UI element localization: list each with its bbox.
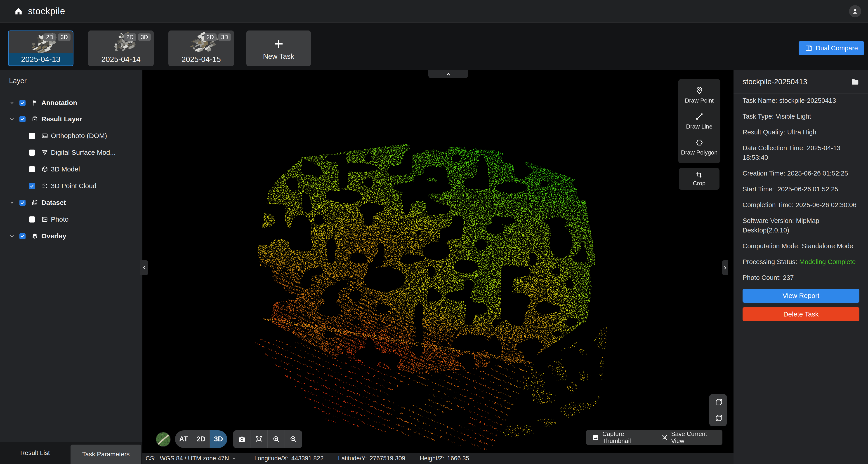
chevron-left-icon	[141, 265, 147, 271]
layer-row-3d-point-cloud[interactable]: 3D Point Cloud	[0, 180, 143, 191]
field-task-type: Task Type:Visible Light	[743, 111, 860, 121]
layer-row-annotation[interactable]: Annotation	[0, 97, 143, 108]
user-icon[interactable]	[849, 5, 861, 18]
task-date-label: 2025-04-14	[89, 53, 153, 66]
camera-icon[interactable]	[233, 430, 250, 448]
view-report-button[interactable]: View Report	[743, 289, 860, 303]
checkbox[interactable]	[29, 183, 35, 189]
bottom-tab-strip: Result List Task Parameters	[0, 442, 143, 464]
center-column: Draw Point Draw Line Draw Polygon Crop	[143, 70, 734, 464]
height-readout: Height/Z:1666.35	[420, 455, 469, 462]
layer-row-dsm[interactable]: Digital Surface Mod...	[0, 147, 143, 158]
checkbox[interactable]	[20, 233, 26, 239]
chevron-down-icon[interactable]	[9, 100, 16, 106]
layer-row-3d-model[interactable]: 3D Model	[0, 164, 143, 175]
image-icon	[592, 434, 599, 441]
chevron-down-icon[interactable]	[231, 456, 237, 461]
capture-thumbnail-button[interactable]: Capture Thumbnail	[586, 430, 655, 445]
cube-icon[interactable]	[709, 394, 727, 410]
checkbox[interactable]	[29, 217, 35, 223]
cs-value[interactable]: WGS 84 / UTM zone 47N	[160, 455, 229, 462]
app-window: stockpile 2D 3D 2025-04-13 2D 3D	[0, 0, 868, 464]
zoom-out-icon[interactable]	[285, 430, 302, 448]
cs-label: CS:	[146, 455, 156, 462]
draw-line-button[interactable]: Draw Line	[678, 112, 720, 130]
badge-3d: 3D	[218, 33, 231, 41]
task-card-2025-04-13[interactable]: 2D 3D 2025-04-13	[8, 31, 73, 66]
task-date-label: 2025-04-13	[8, 53, 73, 66]
tab-task-parameters[interactable]: Task Parameters	[70, 444, 141, 464]
task-details-panel: stockpile-20250413 Task Name:stockpile-2…	[734, 70, 868, 464]
draw-point-button[interactable]: Draw Point	[678, 86, 720, 104]
layer-row-result-layer[interactable]: Result Layer	[0, 113, 143, 125]
chevron-down-icon[interactable]	[9, 116, 16, 122]
mode-3d-button[interactable]: 3D	[210, 430, 227, 448]
status-bar: CS: WGS 84 / UTM zone 47N Longitude/X:44…	[143, 453, 734, 464]
crop-icon	[695, 171, 703, 178]
map-pin-icon	[695, 86, 704, 95]
badge-3d: 3D	[58, 33, 70, 41]
minimap-thumbnail[interactable]	[156, 432, 170, 446]
field-completion-time: Completion Time:2025-06-26 02:30:06	[743, 200, 860, 210]
new-task-button[interactable]: + New Task	[246, 31, 311, 66]
latitude-readout: Latitude/Y:2767519.309	[338, 455, 405, 462]
flag-icon	[31, 99, 38, 106]
point-cloud-canvas[interactable]	[143, 70, 734, 453]
checkbox[interactable]	[20, 116, 26, 122]
task-title: stockpile-20250413	[743, 77, 807, 86]
viewport-toolbar	[233, 430, 302, 448]
checkbox[interactable]	[29, 150, 35, 156]
field-start-time: Start Time:2025-06-26 01:52:25	[743, 184, 860, 194]
dual-compare-button[interactable]: Dual Compare	[799, 41, 864, 55]
mode-at-button[interactable]: AT	[175, 430, 192, 448]
result-layer-icon	[31, 115, 38, 123]
crop-button[interactable]: Crop	[679, 168, 719, 190]
orthophoto-icon	[41, 132, 48, 139]
chevron-down-icon[interactable]	[9, 200, 16, 206]
save-current-view-button[interactable]: Save Current View	[655, 430, 722, 445]
collapse-taskbar-handle[interactable]	[428, 70, 468, 78]
app-title: stockpile	[28, 6, 65, 16]
task-fields: Task Name:stockpile-20250413 Task Type:V…	[743, 96, 860, 283]
task-thumbnail: 2D 3D	[89, 31, 153, 54]
layer-row-dataset[interactable]: Dataset	[0, 197, 143, 208]
photo-icon	[41, 216, 48, 223]
task-card-2025-04-15[interactable]: 2D 3D 2025-04-15	[168, 31, 234, 66]
delete-task-button[interactable]: Delete Task	[743, 307, 860, 321]
badge-2d: 2D	[43, 33, 56, 41]
view-mode-switcher: AT 2D 3D	[175, 430, 227, 448]
home-icon[interactable]	[14, 7, 23, 16]
field-data-collection-time: Data Collection Time:2025-04-13 18:53:40	[743, 143, 860, 162]
field-software-version: Software Version:MipMap Desktop(2.0.10)	[743, 216, 860, 235]
draw-tools-panel: Draw Point Draw Line Draw Polygon	[678, 79, 720, 163]
chevron-down-icon[interactable]	[9, 233, 16, 239]
mode-2d-button[interactable]: 2D	[192, 430, 210, 448]
viewport-3d[interactable]: Draw Point Draw Line Draw Polygon Crop	[143, 70, 734, 453]
folder-icon[interactable]	[851, 77, 860, 86]
collapse-rightpanel-handle[interactable]	[722, 260, 728, 275]
checkbox[interactable]	[29, 166, 35, 172]
field-processing-status: Processing Status:Modeling Complete	[743, 257, 860, 267]
divider	[0, 88, 143, 88]
draw-polygon-button[interactable]: Draw Polygon	[678, 138, 720, 156]
task-thumbnail-bar: 2D 3D 2025-04-13 2D 3D 2025-04-14 2D	[0, 23, 868, 70]
layer-panel: Layer Annotation Result Layer Orthophoto…	[0, 70, 143, 464]
checkbox[interactable]	[20, 200, 26, 206]
zoom-in-icon[interactable]	[268, 430, 285, 448]
layer-row-photo[interactable]: Photo	[0, 214, 143, 225]
checkbox[interactable]	[20, 100, 26, 106]
field-photo-count: Photo Count:237	[743, 273, 860, 283]
cube-icon[interactable]	[709, 410, 727, 426]
badge-2d: 2D	[124, 33, 136, 41]
tab-result-list[interactable]: Result List	[0, 442, 70, 464]
checkbox[interactable]	[29, 133, 35, 139]
overlay-icon	[31, 233, 38, 239]
collapse-sidebar-handle[interactable]	[140, 260, 148, 275]
layer-row-overlay[interactable]: Overlay	[0, 231, 143, 241]
chevron-right-icon	[722, 265, 728, 271]
fit-view-icon[interactable]	[250, 430, 268, 448]
layer-row-orthophoto[interactable]: Orthophoto (DOM)	[0, 130, 143, 141]
task-card-2025-04-14[interactable]: 2D 3D 2025-04-14	[88, 31, 154, 66]
dataset-icon	[31, 199, 38, 206]
task-date-label: 2025-04-15	[169, 53, 233, 66]
